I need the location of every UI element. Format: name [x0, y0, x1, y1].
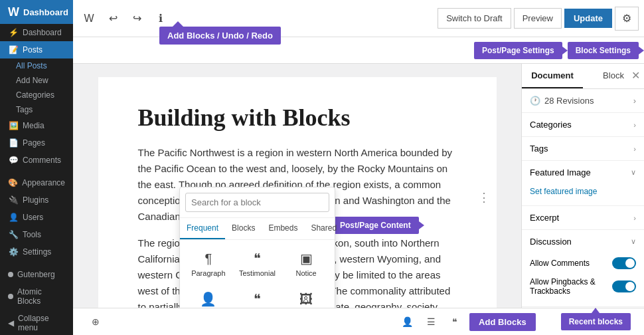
- block-item-image[interactable]: 🖼 Image: [283, 286, 329, 308]
- sidebar-item-comments[interactable]: 💬 Comments: [0, 152, 73, 169]
- dashboard-label: Dashboard: [23, 7, 68, 17]
- testimonial-label: Testimonial: [239, 269, 276, 278]
- sidebar-collapse-button[interactable]: ◀ Collapse menu: [0, 310, 73, 335]
- sidebar-item-plugins[interactable]: 🔌 Plugins: [0, 191, 73, 209]
- secondary-toolbar: Post/Page Settings Block Settings: [73, 37, 644, 64]
- sidebar-label-settings: Settings: [23, 247, 51, 257]
- tools-icon: 🔧: [8, 230, 19, 239]
- update-button[interactable]: Update: [564, 9, 612, 28]
- sidebar-label-plugins: Plugins: [23, 195, 48, 205]
- allow-comments-row: Allow Comments: [530, 253, 636, 273]
- drop-cap-icon: ❝: [254, 291, 261, 307]
- discussion-label: Discussion: [530, 237, 572, 247]
- settings-panel: Document Block ✕ 🕐 28 Revisions › Catego…: [521, 64, 644, 308]
- sidebar-item-settings[interactable]: ⚙️ Settings: [0, 243, 73, 261]
- block-tabs: Frequent Blocks Embeds Shared: [180, 218, 335, 240]
- toolbar-settings-button[interactable]: ⚙: [615, 7, 639, 31]
- profile-box-icon: 👤: [200, 291, 216, 307]
- sidebar-item-appearance[interactable]: 🎨 Appearance: [0, 174, 73, 191]
- categories-section: Categories ›: [522, 113, 644, 137]
- editor[interactable]: Building with Blocks The Pacific Northwe…: [73, 64, 521, 308]
- sidebar-subitem-categories[interactable]: Categories: [0, 88, 73, 102]
- allow-comments-label: Allow Comments: [530, 259, 590, 268]
- sidebar-plugin-gutenberg[interactable]: Gutenberg: [0, 266, 73, 283]
- settings-icon: ⚙️: [8, 247, 19, 257]
- sidebar-label-comments: Comments: [23, 156, 61, 165]
- panel-tab-document[interactable]: Document: [522, 64, 583, 88]
- sidebar-subitem-tags[interactable]: Tags: [0, 102, 73, 117]
- add-blocks-bottom-button[interactable]: Add Blocks: [469, 313, 536, 331]
- toolbar: W ↩ ↪ ℹ Add Blocks / Undo / Redo Publish…: [73, 0, 644, 37]
- toolbar-left: W ↩ ↪ ℹ: [78, 8, 171, 29]
- revisions-row[interactable]: 🕐 28 Revisions ›: [522, 89, 644, 113]
- sidebar-label-dashboard: Dashboard: [23, 28, 62, 37]
- block-grid: ¶ Paragraph ❝ Testimonial ▣ Notice 👤 Pro…: [180, 240, 335, 308]
- list-bottom-icon[interactable]: ☰: [422, 312, 440, 331]
- tags-label: Tags: [530, 144, 548, 154]
- tags-header[interactable]: Tags ›: [522, 137, 644, 160]
- block-item-paragraph[interactable]: ¶ Paragraph: [185, 245, 232, 283]
- recent-blocks-annotation: Recent blocks: [561, 313, 631, 330]
- discussion-header[interactable]: Discussion ∨: [522, 230, 644, 253]
- categories-chevron-icon: ›: [633, 121, 636, 129]
- featured-image-header[interactable]: Featured Image ∨: [522, 161, 644, 184]
- sidebar-item-tools[interactable]: 🔧 Tools: [0, 226, 73, 243]
- add-blocks-annotation: Add Blocks / Undo / Redo: [159, 27, 281, 45]
- media-icon: 🖼️: [8, 121, 19, 130]
- categories-label: Categories: [530, 120, 572, 130]
- block-settings-annotation: Block Settings: [568, 42, 639, 59]
- sidebar-item-pages[interactable]: 📄 Pages: [0, 134, 73, 152]
- sidebar-item-posts[interactable]: 📝 Posts: [0, 41, 73, 58]
- allow-comments-toggle[interactable]: [612, 257, 636, 269]
- info-button[interactable]: ℹ: [150, 8, 171, 29]
- block-tab-embeds[interactable]: Embeds: [262, 218, 304, 239]
- discussion-chevron-icon: ∨: [631, 237, 636, 246]
- sidebar-logo[interactable]: W Dashboard: [0, 0, 73, 24]
- recent-blocks-annotation-container: Recent blocks: [561, 313, 631, 330]
- excerpt-header[interactable]: Excerpt ›: [522, 206, 644, 229]
- featured-image-label: Featured Image: [530, 168, 591, 177]
- switch-to-draft-button[interactable]: Switch to Draft: [438, 8, 511, 29]
- sidebar-bottom: Gutenberg Atomic Blocks ◀ Collapse menu: [0, 266, 73, 335]
- block-item-drop-cap[interactable]: ❝ Drop Cap: [234, 286, 281, 308]
- allow-pingbacks-toggle[interactable]: [612, 280, 636, 292]
- featured-image-chevron-icon: ∨: [631, 168, 636, 177]
- categories-header[interactable]: Categories ›: [522, 113, 644, 136]
- quote-bottom-icon[interactable]: ❝: [445, 312, 464, 331]
- sidebar-plugin-atomic-blocks[interactable]: Atomic Blocks: [0, 283, 73, 310]
- block-item-profile-box[interactable]: 👤 Profile Box: [185, 286, 232, 308]
- block-search-input[interactable]: [185, 193, 329, 212]
- block-item-testimonial[interactable]: ❝ Testimonial: [234, 245, 281, 283]
- discussion-content: Allow Comments Allow Pingbacks & Trackba…: [522, 253, 644, 306]
- user-bottom-icon[interactable]: 👤: [398, 312, 416, 331]
- block-tab-frequent[interactable]: Frequent: [180, 218, 225, 239]
- sidebar-item-users[interactable]: 👤 Users: [0, 209, 73, 226]
- wp-icon-button[interactable]: W: [78, 8, 100, 29]
- block-search-container: [180, 187, 335, 218]
- post-title[interactable]: Building with Blocks: [138, 104, 457, 132]
- more-options-button[interactable]: ⋮: [478, 190, 490, 205]
- block-tab-blocks[interactable]: Blocks: [225, 218, 262, 239]
- sidebar-subitem-all-posts[interactable]: All Posts: [0, 58, 73, 73]
- preview-button[interactable]: Preview: [514, 8, 562, 29]
- sidebar-label-appearance: Appearance: [22, 178, 65, 187]
- clock-icon: 🕐: [530, 96, 540, 106]
- revisions-chevron: ›: [633, 96, 636, 106]
- image-icon: 🖼: [299, 292, 313, 307]
- atomic-blocks-dot: [8, 294, 13, 299]
- block-tab-shared[interactable]: Shared: [304, 218, 343, 239]
- redo-button[interactable]: ↪: [126, 8, 147, 29]
- posts-icon: 📝: [8, 45, 19, 55]
- paragraph-label: Paragraph: [191, 269, 225, 278]
- sidebar-subitem-add-new[interactable]: Add New: [0, 73, 73, 88]
- panel-close-button[interactable]: ✕: [631, 69, 640, 82]
- tags-section: Tags ›: [522, 137, 644, 161]
- block-item-notice[interactable]: ▣ Notice: [283, 245, 329, 283]
- undo-button[interactable]: ↩: [102, 8, 123, 29]
- sidebar-item-media[interactable]: 🖼️ Media: [0, 117, 73, 134]
- paragraph-icon: ¶: [204, 251, 212, 267]
- featured-image-content: Set featured image: [522, 184, 644, 205]
- sidebar-item-dashboard[interactable]: ⚡ Dashboard: [0, 24, 73, 41]
- set-featured-image-link[interactable]: Set featured image: [530, 184, 636, 199]
- add-circle-icon[interactable]: ⊕: [86, 312, 105, 331]
